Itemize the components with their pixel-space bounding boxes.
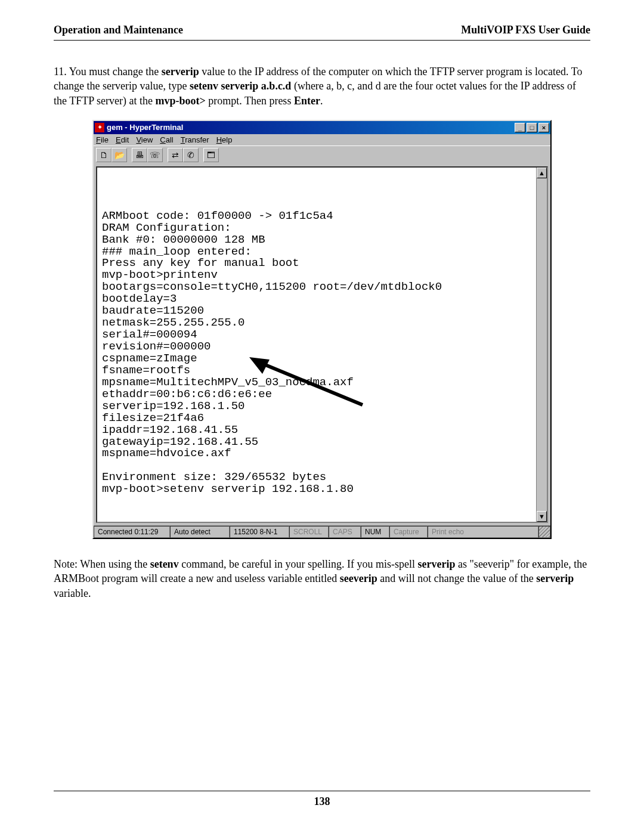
window-title: gem - HyperTerminal [107, 123, 515, 132]
menubar: File Edit View Call Transfer Help [94, 134, 550, 145]
terminal-line: ### main_loop entered: [102, 246, 534, 258]
menu-edit[interactable]: Edit [116, 135, 129, 144]
page-header: Operation and Maintenance MultiVOIP FXS … [54, 24, 590, 41]
print-icon[interactable]: 🖶 [132, 148, 147, 162]
status-num: NUM [361, 526, 389, 538]
scroll-down-icon[interactable]: ▼ [537, 511, 547, 522]
terminal-line: filesize=21f4a6 [102, 413, 534, 425]
minimize-button[interactable]: _ [515, 123, 525, 132]
status-scroll: SCROLL [289, 526, 329, 538]
scroll-up-icon[interactable]: ▲ [537, 168, 547, 178]
status-connected: Connected 0:11:29 [94, 526, 170, 538]
terminal-line: mvp-boot>setenv serverip 192.168.1.80 [102, 484, 534, 496]
page-number: 138 [0, 795, 644, 808]
terminal-line: bootdelay=3 [102, 293, 534, 305]
status-settings: 115200 8-N-1 [230, 526, 289, 538]
titlebar[interactable]: ✦ gem - HyperTerminal _ □ × [94, 121, 550, 134]
terminal-line: netmask=255.255.255.0 [102, 317, 534, 329]
terminal-line: ethaddr=00:b6:c6:d6:e6:ee [102, 389, 534, 401]
footer-rule [54, 791, 590, 791]
terminal-line: DRAM Configuration: [102, 222, 534, 234]
terminal-line [102, 460, 534, 472]
disconnect-icon[interactable]: ✆ [183, 148, 199, 162]
terminal-line: Press any key for manual boot [102, 258, 534, 270]
terminal-line: serverip=192.168.1.50 [102, 401, 534, 413]
terminal-line: mspname=hdvoice.axf [102, 448, 534, 460]
menu-call[interactable]: Call [160, 135, 173, 144]
terminal-line: ARMboot code: 01f00000 -> 01f1c5a4 [102, 210, 534, 222]
statusbar: Connected 0:11:29 Auto detect 115200 8-N… [94, 525, 550, 538]
menu-file[interactable]: File [96, 135, 109, 144]
header-left: Operation and Maintenance [54, 24, 183, 36]
vertical-scrollbar[interactable]: ▲ ▼ [536, 168, 547, 522]
terminal-output[interactable]: ARMboot code: 01f00000 -> 01f1c5a4DRAM C… [97, 168, 536, 522]
connect-icon[interactable]: ⇄ [168, 148, 183, 162]
terminal-line: fsname=rootfs [102, 365, 534, 377]
terminal-line: ipaddr=192.168.41.55 [102, 425, 534, 436]
terminal-line: revision#=000000 [102, 341, 534, 353]
close-button[interactable]: × [538, 123, 549, 132]
open-file-icon[interactable]: 📂 [112, 148, 127, 162]
maximize-button[interactable]: □ [527, 123, 537, 132]
instruction-paragraph: 11. You must change the serverip value t… [54, 64, 590, 108]
status-caps: CAPS [329, 526, 361, 538]
terminal-line: gatewayip=192.168.41.55 [102, 436, 534, 448]
header-right: MultiVOIP FXS User Guide [461, 24, 590, 36]
properties-icon[interactable]: 🗔 [203, 148, 219, 162]
terminal-line: cspname=zImage [102, 353, 534, 365]
phone-icon[interactable]: ☏ [147, 148, 163, 162]
hyperterminal-window: ✦ gem - HyperTerminal _ □ × File Edit Vi… [92, 120, 552, 539]
terminal-line: bootargs=console=ttyCH0,115200 root=/dev… [102, 281, 534, 293]
status-autodetect: Auto detect [170, 526, 230, 538]
new-file-icon[interactable]: 🗋 [96, 148, 112, 162]
terminal-line: serial#=000094 [102, 329, 534, 341]
terminal-line: Bank #0: 00000000 128 MB [102, 234, 534, 246]
note-paragraph: Note: When using the setenv command, be … [54, 557, 590, 600]
toolbar: 🗋 📂 🖶 ☏ ⇄ ✆ 🗔 [94, 145, 550, 164]
terminal-line: baudrate=115200 [102, 305, 534, 317]
status-capture: Capture [389, 526, 428, 538]
resize-grip-icon[interactable] [538, 526, 550, 538]
menu-view[interactable]: View [136, 135, 153, 144]
terminal-line: Environment size: 329/65532 bytes [102, 472, 534, 484]
status-printecho: Print echo [428, 526, 538, 538]
terminal-line: mvp-boot>printenv [102, 270, 534, 281]
terminal-line: mpsname=MultitechMPV_v5_03_nocdma.axf [102, 377, 534, 389]
menu-transfer[interactable]: Transfer [181, 135, 209, 144]
menu-help[interactable]: Help [216, 135, 233, 144]
app-icon: ✦ [95, 123, 104, 132]
